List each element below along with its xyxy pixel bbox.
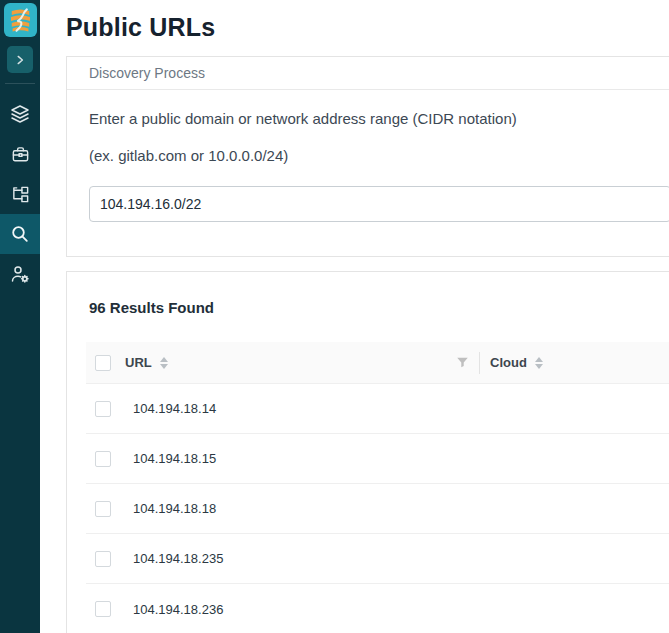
table-row[interactable]: 104.194.18.18 bbox=[86, 484, 669, 534]
table-row[interactable]: 104.194.18.235 bbox=[86, 534, 669, 584]
runzero-logo-icon bbox=[7, 7, 34, 34]
search-icon bbox=[10, 224, 30, 244]
url-cell[interactable]: 104.194.18.18 bbox=[133, 501, 216, 516]
cloud-column-label: Cloud bbox=[490, 355, 527, 370]
cidr-label-line2: (ex. gitlab.com or 10.0.0.0/24) bbox=[89, 148, 669, 164]
url-cell[interactable]: 104.194.18.236 bbox=[133, 602, 223, 617]
user-gear-icon bbox=[10, 264, 30, 284]
url-sort-icon[interactable] bbox=[160, 357, 168, 369]
url-column-label: URL bbox=[125, 355, 152, 370]
url-cell[interactable]: 104.194.18.14 bbox=[133, 401, 216, 416]
column-separator bbox=[479, 352, 480, 374]
results-table: URL Cloud bbox=[86, 342, 669, 633]
sidebar bbox=[0, 0, 40, 633]
table-row[interactable]: 104.194.18.236 bbox=[86, 584, 669, 633]
chevron-right-icon bbox=[14, 54, 26, 66]
column-header-url[interactable]: URL bbox=[111, 355, 479, 370]
row-checkbox[interactable] bbox=[95, 601, 111, 617]
cidr-input[interactable] bbox=[89, 186, 669, 222]
sidebar-item-user-settings[interactable] bbox=[0, 254, 40, 294]
table-row[interactable]: 104.194.18.14 bbox=[86, 384, 669, 434]
results-count: 96 Results Found bbox=[89, 299, 669, 316]
app-logo[interactable] bbox=[4, 3, 37, 37]
briefcase-icon bbox=[11, 145, 30, 164]
table-row[interactable]: 104.194.18.15 bbox=[86, 434, 669, 484]
page-title: Public URLs bbox=[66, 11, 669, 44]
sidebar-item-hierarchy[interactable] bbox=[0, 174, 40, 214]
layers-icon bbox=[10, 104, 30, 124]
url-cell[interactable]: 104.194.18.235 bbox=[133, 551, 223, 566]
discovery-card: Discovery Process Enter a public domain … bbox=[66, 56, 669, 257]
sidebar-divider bbox=[5, 83, 35, 84]
table-header-row: URL Cloud bbox=[86, 342, 669, 384]
discovery-card-title: Discovery Process bbox=[89, 65, 205, 81]
discovery-card-body: Enter a public domain or network address… bbox=[67, 90, 669, 256]
url-cell[interactable]: 104.194.18.15 bbox=[133, 451, 216, 466]
url-filter-icon[interactable] bbox=[456, 356, 469, 369]
sidebar-item-layers[interactable] bbox=[0, 94, 40, 134]
sidebar-expand-button[interactable] bbox=[7, 46, 33, 73]
sitemap-icon bbox=[11, 185, 30, 204]
row-checkbox[interactable] bbox=[95, 401, 111, 417]
row-checkbox[interactable] bbox=[95, 501, 111, 517]
cidr-label-line1: Enter a public domain or network address… bbox=[89, 111, 669, 127]
cloud-sort-icon[interactable] bbox=[535, 357, 543, 369]
column-header-cloud[interactable]: Cloud bbox=[490, 355, 543, 370]
sidebar-item-search[interactable] bbox=[0, 214, 40, 254]
results-card-body: 96 Results Found URL bbox=[67, 272, 669, 633]
row-checkbox[interactable] bbox=[95, 551, 111, 567]
discovery-card-header: Discovery Process bbox=[67, 57, 669, 90]
main-content: Public URLs Discovery Process Enter a pu… bbox=[40, 11, 669, 633]
results-card: 96 Results Found URL bbox=[66, 271, 669, 633]
row-checkbox[interactable] bbox=[95, 451, 111, 467]
sidebar-item-services[interactable] bbox=[0, 134, 40, 174]
select-all-checkbox[interactable] bbox=[95, 355, 111, 371]
